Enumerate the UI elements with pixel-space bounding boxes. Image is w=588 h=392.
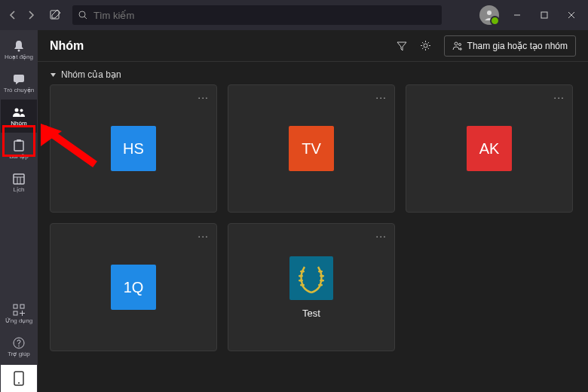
join-or-create-team-button[interactable]: Tham gia hoặc tạo nhóm <box>444 35 576 57</box>
mobile-icon <box>14 371 24 386</box>
svg-point-25 <box>424 44 427 47</box>
user-avatar[interactable] <box>479 5 499 25</box>
svg-line-2 <box>84 17 87 19</box>
rail-activity[interactable]: Hoạt động <box>1 33 37 66</box>
section-your-teams[interactable]: Nhóm của bạn <box>38 62 588 84</box>
search-container <box>72 5 442 25</box>
maximize-button[interactable] <box>535 6 553 24</box>
svg-rect-13 <box>17 139 21 142</box>
team-add-icon <box>452 41 463 51</box>
page-title: Nhóm <box>50 39 84 53</box>
svg-rect-20 <box>14 311 17 315</box>
left-rail: Hoạt động Trò chuyện Nhóm Bài tập Lịch <box>0 30 38 392</box>
content-area: Nhóm Tham gia hoặc tạo nhóm Nhóm của bạn… <box>38 30 588 392</box>
teams-icon <box>12 106 26 119</box>
laurel-icon <box>294 261 329 296</box>
team-tile: AK <box>467 126 512 171</box>
settings-button[interactable] <box>415 35 436 57</box>
search-input[interactable] <box>72 5 442 25</box>
compose-button[interactable] <box>45 5 65 25</box>
rail-assignments[interactable]: Bài tập <box>1 133 37 166</box>
assignments-icon <box>12 139 26 152</box>
filter-icon <box>397 41 407 51</box>
chat-icon <box>12 72 26 86</box>
svg-point-10 <box>15 109 19 112</box>
rail-calendar[interactable]: Lịch <box>1 166 37 199</box>
close-icon <box>568 11 575 19</box>
card-more-button[interactable]: ··· <box>198 230 209 242</box>
svg-point-33 <box>320 274 324 277</box>
caret-down-icon <box>50 72 57 78</box>
back-button[interactable] <box>5 7 21 23</box>
svg-point-22 <box>18 345 20 347</box>
rail-label: Nhóm <box>11 121 26 127</box>
minimize-icon <box>513 11 521 19</box>
svg-point-8 <box>18 50 20 52</box>
team-card[interactable]: ···1Q <box>50 223 217 351</box>
titlebar <box>0 0 588 30</box>
history-nav <box>5 7 39 23</box>
rail-teams[interactable]: Nhóm <box>1 100 37 133</box>
team-card[interactable]: ···TV <box>228 84 395 213</box>
teams-grid: ···HS···TV···AK···1Q···Test <box>38 84 588 363</box>
svg-rect-12 <box>14 141 23 151</box>
rail-apps[interactable]: Ứng dụng <box>1 297 37 330</box>
rail-help[interactable]: Trợ giúp <box>1 330 37 363</box>
card-more-button[interactable]: ··· <box>375 230 387 242</box>
svg-point-32 <box>318 270 323 272</box>
svg-rect-19 <box>20 305 24 308</box>
rail-label: Trợ giúp <box>8 351 30 357</box>
team-tile: TV <box>289 126 334 171</box>
team-tile: 1Q <box>111 265 156 310</box>
rail-mobile[interactable] <box>1 365 37 392</box>
svg-point-24 <box>18 382 20 384</box>
rail-chat[interactable]: Trò chuyện <box>1 66 37 100</box>
svg-point-30 <box>299 279 303 281</box>
content-header: Nhóm Tham gia hoặc tạo nhóm <box>38 30 588 62</box>
svg-rect-18 <box>14 305 17 308</box>
svg-point-35 <box>318 283 323 286</box>
calendar-icon <box>12 172 26 185</box>
svg-point-31 <box>300 283 305 286</box>
team-tile: HS <box>111 126 156 171</box>
chevron-left-icon <box>8 11 17 20</box>
chevron-right-icon <box>26 11 35 20</box>
svg-point-28 <box>300 270 305 272</box>
bell-icon <box>12 39 26 53</box>
filter-button[interactable] <box>391 35 412 57</box>
forward-button[interactable] <box>23 7 39 23</box>
svg-point-11 <box>20 109 23 112</box>
card-more-button[interactable]: ··· <box>553 91 565 103</box>
close-button[interactable] <box>562 6 580 24</box>
team-card[interactable]: ···HS <box>50 84 217 213</box>
help-icon <box>12 336 26 350</box>
apps-icon <box>12 303 26 317</box>
rail-label: Lịch <box>14 187 25 193</box>
rail-label: Ứng dụng <box>5 318 32 324</box>
rail-label: Trò chuyện <box>4 87 34 93</box>
section-label: Nhóm của bạn <box>61 69 121 80</box>
card-more-button[interactable]: ··· <box>375 91 387 103</box>
main-layout: Hoạt động Trò chuyện Nhóm Bài tập Lịch <box>0 30 588 392</box>
svg-rect-5 <box>541 12 547 18</box>
avatar-icon <box>483 9 495 21</box>
gear-icon <box>420 40 431 51</box>
svg-point-27 <box>458 43 461 45</box>
card-more-button[interactable]: ··· <box>198 91 209 103</box>
svg-point-1 <box>79 11 85 17</box>
svg-rect-9 <box>14 75 24 82</box>
team-tile-laurel <box>289 256 333 300</box>
team-card[interactable]: ···Test <box>228 223 395 351</box>
svg-rect-14 <box>14 174 24 184</box>
svg-point-3 <box>487 11 492 15</box>
svg-point-34 <box>320 279 324 281</box>
team-card[interactable]: ···AK <box>406 84 573 213</box>
join-button-label: Tham gia hoặc tạo nhóm <box>467 41 568 51</box>
minimize-button[interactable] <box>508 6 526 24</box>
svg-point-26 <box>455 42 458 45</box>
rail-label: Bài tập <box>9 154 28 160</box>
search-icon <box>78 11 87 20</box>
rail-label: Hoạt động <box>5 54 33 60</box>
svg-point-29 <box>299 274 303 277</box>
team-name: Test <box>302 308 320 319</box>
